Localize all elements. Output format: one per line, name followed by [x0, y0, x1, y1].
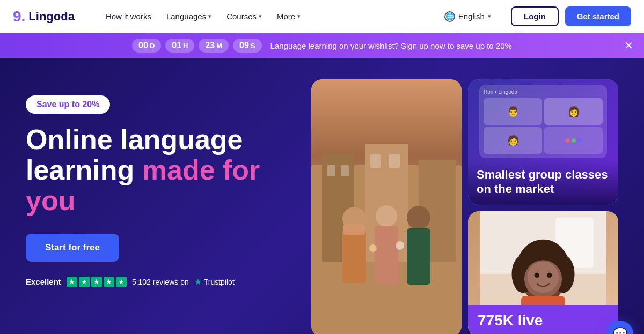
stars-row: ★ ★ ★ ★ ★ — [67, 277, 127, 287]
video-call-header: Ron • Lingoda — [484, 89, 603, 95]
trustpilot-label: Excellent — [26, 277, 61, 286]
group-class-text: Smallest group classes on the market — [477, 168, 610, 196]
trustpilot-logo: ★ Trustpilot — [194, 277, 235, 287]
logo-text: Lingoda — [28, 10, 75, 24]
svg-rect-4 — [327, 165, 335, 176]
promo-banner: 00 D 01 H 23 M 09 S Language learning on… — [0, 33, 644, 58]
review-count: 5,102 reviews on — [132, 278, 189, 286]
hero-title: Online language learning made for you — [26, 124, 294, 217]
video-cell-2: 👩 — [544, 98, 603, 125]
chat-icon: 💬 — [613, 327, 627, 334]
login-button[interactable]: Login — [511, 6, 559, 26]
video-cell-3: 🧑 — [484, 127, 542, 154]
save-badge: Save up to 20% — [26, 95, 110, 114]
svg-rect-14 — [407, 228, 430, 285]
hero-bottom-right-image: 775K live — [468, 211, 618, 334]
hero-right: Ron • Lingoda 👨 👩 🧑 — [311, 79, 618, 334]
video-cell-1: 👨 — [484, 98, 542, 125]
hero-top-right-image: Ron • Lingoda 👨 👩 🧑 — [468, 79, 618, 205]
logo-icon: 9. — [13, 8, 25, 25]
hero-main-image — [311, 79, 462, 334]
svg-point-15 — [396, 241, 404, 250]
get-started-button[interactable]: Get started — [565, 6, 631, 26]
logo[interactable]: 9. Lingoda — [13, 8, 75, 25]
svg-rect-12 — [375, 226, 398, 285]
hero-title-line3: you — [26, 185, 75, 216]
svg-rect-7 — [389, 154, 400, 168]
svg-point-25 — [528, 262, 559, 293]
nav-languages[interactable]: Languages ▾ — [161, 8, 217, 25]
svg-rect-9 — [342, 229, 366, 283]
nav-divider — [504, 7, 504, 26]
globe-icon: 🌐 — [444, 11, 455, 22]
countdown: 00 D 01 H 23 M 09 S — [132, 39, 261, 53]
nav-right: 🌐 English ▾ Login Get started — [438, 6, 631, 26]
star-3: ★ — [91, 277, 102, 287]
hero-title-line2: learning — [26, 154, 142, 185]
svg-point-13 — [407, 206, 430, 229]
start-for-free-button[interactable]: Start for free — [26, 234, 119, 262]
hero-section: Save up to 20% Online language learning … — [0, 58, 644, 334]
countdown-seconds: 09 S — [233, 39, 261, 53]
trustpilot-star-icon: ★ — [194, 277, 202, 287]
svg-point-11 — [376, 205, 397, 227]
nav-links: How it works Languages ▾ Courses ▾ More … — [100, 8, 421, 25]
nav-more[interactable]: More ▾ — [272, 8, 306, 25]
promo-text: Language learning on your wishlist? Sign… — [270, 41, 512, 50]
nav-courses[interactable]: Courses ▾ — [221, 8, 267, 25]
courses-chevron-icon: ▾ — [259, 13, 262, 20]
language-selector[interactable]: 🌐 English ▾ — [438, 8, 497, 25]
star-1: ★ — [67, 277, 77, 287]
svg-point-26 — [535, 273, 539, 278]
countdown-hours: 01 H — [165, 39, 194, 53]
hero-left: Save up to 20% Online language learning … — [26, 79, 294, 334]
star-2: ★ — [79, 277, 90, 287]
stat-card: 775K live — [468, 305, 618, 334]
svg-point-27 — [547, 273, 552, 278]
svg-point-16 — [369, 244, 377, 252]
svg-rect-6 — [370, 154, 381, 168]
countdown-days: 00 D — [132, 39, 161, 53]
hero-title-line1: Online language — [26, 124, 243, 155]
countdown-minutes: 23 M — [199, 39, 229, 53]
nav-how-it-works[interactable]: How it works — [100, 8, 157, 25]
navbar: 9. Lingoda How it works Languages ▾ Cour… — [0, 0, 644, 33]
promo-close-button[interactable]: ✕ — [624, 40, 633, 51]
star-5: ★ — [116, 277, 127, 287]
svg-rect-5 — [341, 165, 349, 176]
svg-rect-10 — [343, 224, 365, 235]
languages-chevron-icon: ▾ — [208, 13, 211, 20]
stat-number: 775K live — [478, 312, 609, 329]
language-chevron-icon: ▾ — [488, 13, 491, 20]
video-cell-4 — [544, 127, 603, 154]
trustpilot-row: Excellent ★ ★ ★ ★ ★ 5,102 reviews on ★ T… — [26, 277, 294, 287]
group-class-overlay: Smallest group classes on the market — [468, 159, 618, 205]
more-chevron-icon: ▾ — [297, 13, 301, 20]
hero-title-accent: made for — [142, 154, 260, 185]
star-4: ★ — [104, 277, 114, 287]
